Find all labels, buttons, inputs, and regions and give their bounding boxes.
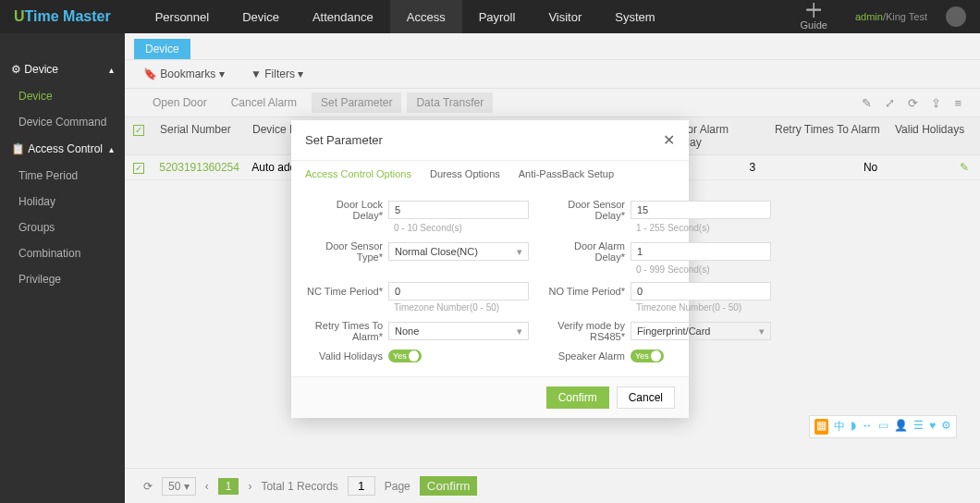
valid-holidays-toggle[interactable]: Yes [388,350,422,362]
label-door-lock-delay: Door Lock Delay* [305,199,388,221]
label-speaker-alarm: Speaker Alarm [547,350,631,362]
hint-door-alarm-delay: 0 - 999 Second(s) [636,264,771,275]
label-nc-time-period: NC Time Period* [305,286,388,297]
label-verify-mode: Verify mode by RS485* [547,320,631,342]
modal-title: Set Parameter [305,133,383,147]
hint-door-lock-delay: 0 - 10 Second(s) [394,223,529,233]
cancel-button[interactable]: Cancel [617,386,675,409]
confirm-button[interactable]: Confirm [546,386,609,409]
nc-time-period-input[interactable] [388,282,529,301]
retry-times-alarm-select[interactable]: None [388,322,529,340]
door-lock-delay-input[interactable] [388,201,529,219]
hint-nc-time-period: Timezone Number(0 - 50) [394,302,529,313]
tool-icon-1[interactable]: ▦ [815,419,828,435]
tool-icon-7[interactable]: ☰ [913,419,924,435]
tool-icon-8[interactable]: ♥ [929,419,936,435]
label-retry-times-alarm: Retry Times To Alarm* [305,320,388,342]
label-valid-holidays: Valid Holidays [305,350,388,362]
door-sensor-type-select[interactable]: Normal Close(NC) [388,242,529,261]
tool-icon-6[interactable]: 👤 [894,419,908,435]
tab-duress-options[interactable]: Duress Options [430,168,500,185]
label-door-sensor-type: Door Sensor Type* [305,240,388,263]
label-no-time-period: NO Time Period* [547,286,631,297]
no-time-period-input[interactable] [631,282,771,301]
tool-icon-3[interactable]: ◗ [851,419,856,435]
tool-icon-9[interactable]: ⚙ [941,419,951,435]
door-sensor-delay-input[interactable] [631,201,771,219]
label-door-alarm-delay: Door Alarm Delay* [547,240,631,263]
speaker-alarm-toggle[interactable]: Yes [631,350,664,362]
tab-access-control-options[interactable]: Access Control Options [305,168,411,185]
set-parameter-modal: Set Parameter ✕ Access Control Options D… [291,120,689,418]
tool-icon-5[interactable]: ▭ [878,419,888,435]
tab-anti-passback[interactable]: Anti-PassBack Setup [519,168,614,185]
door-alarm-delay-input[interactable] [631,242,771,261]
float-toolbar: ▦ 中 ◗ ↔ ▭ 👤 ☰ ♥ ⚙ [809,415,957,438]
verify-mode-select[interactable]: Fingerprint/Card [631,322,771,340]
label-door-sensor-delay: Door Sensor Delay* [547,199,631,221]
tool-icon-2[interactable]: 中 [834,419,845,435]
close-icon[interactable]: ✕ [663,131,675,149]
tool-icon-4[interactable]: ↔ [862,419,873,435]
hint-door-sensor-delay: 1 - 255 Second(s) [636,223,771,233]
hint-no-time-period: Timezone Number(0 - 50) [636,302,771,313]
